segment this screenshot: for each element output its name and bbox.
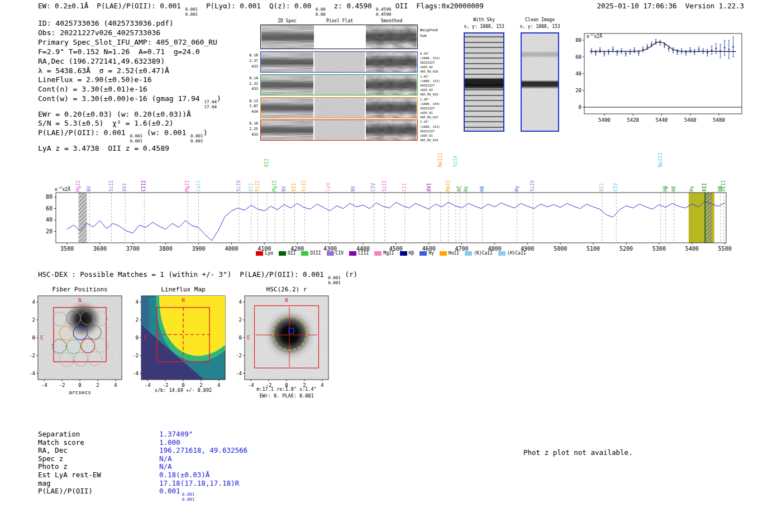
svg-text:-4: -4 [29,371,35,376]
svg-text:N: N [182,298,184,303]
spectrum-line [67,201,725,241]
spec2d-row-left-values: 0.102.25433 [245,121,258,137]
svg-text:2: 2 [239,317,242,323]
emission-line-label: SiII [255,180,260,191]
match-row-label: Separation [38,430,159,439]
info-line: LineFlux = 2.90(±0.50)e-16 [38,75,221,85]
svg-text:arcsecs: arcsecs [69,389,91,395]
emission-line-label: OVI [426,183,432,191]
withsky-subtitle: x, y: 1008, 153 [457,24,511,29]
legend-item: Hβ [400,251,414,256]
hsc-r-caption-ew: EWr: 0. PLAE: 0.001 [239,393,334,399]
spec2d-row-left-values: 0.133.07434 [245,99,258,115]
info-line-text: EWr = 0.20(±0.03) (w: 0.20(±0.03))Å [38,110,191,118]
info-line-text: RA,Dec (196.272141,49.632389) [38,57,165,65]
svg-text:0: 0 [239,335,242,341]
spec2d-row [260,97,418,118]
legend-swatch [349,251,356,256]
emission-line-label: OVI [122,183,127,191]
weighted-sum-label-line1: Weighted [420,28,437,33]
svg-text:E: E [144,335,146,341]
col-title-smoothed: Smoothed [365,18,418,23]
hsc-text: (r) [341,270,357,279]
line-fit-units-label: e-17x2Å [586,33,602,39]
emission-line-label: NeIII [437,152,443,167]
match-row: Spec zN/A [38,455,247,463]
full-spectrum-plot: 3500360037003800390040004100420043004400… [34,184,748,258]
emission-line-label: Hβ [662,186,668,191]
match-row: Match score1.000 [38,439,247,447]
svg-text:5400: 5400 [598,117,611,123]
detection-info-block: ID: 4025733036 (4025733036.pdf)Obs: 2022… [38,19,221,153]
clean-image-title: Clean Image [517,17,562,22]
match-row-value: N/A [159,462,172,471]
emission-line-label: NV [281,186,287,191]
svg-text:0: 0 [579,104,581,110]
clean-image-subtitle: x, y: 1008, 153 [514,24,566,29]
header-summary: EW: 0.2±0.1Å P(LAE)/P(OII): 0.001 0.0010… [38,2,484,17]
line-fit-plot: 54005420544054605480020406080 [570,27,748,126]
header-text: EW: 0.2±0.1Å P(LAE)/P(OII): 0.001 [38,2,185,10]
emission-line-label: SiIV [530,180,535,191]
spec2d-image-smooth [366,98,417,118]
emission-line-label: Hζ [456,186,462,191]
match-row-label: Spec z [38,455,159,463]
lineflux-map-panel: NE-4-4-2-2002244 [130,293,233,400]
emission-line-label: SiIV [452,156,458,167]
emission-line-label: CIV [370,183,376,191]
match-row: RA, Dec196.271618, 49.632566 [38,447,247,455]
emission-line-label: Hγ [514,186,519,191]
emission-line-label: Hε [463,186,469,191]
info-line: ID: 4025733036 (4025733036.pdf) [38,19,221,28]
emission-line-label: MgII [271,180,277,191]
svg-text:E: E [247,335,250,341]
info-line-text: ID: 4025733036 (4025733036.pdf) [38,19,174,27]
match-row: Separation1.37409" [38,430,247,439]
svg-text:0: 0 [32,335,35,341]
spec2d-image-spec [261,75,313,95]
svg-text:60: 60 [575,54,581,60]
header-text: OII Flags:0x20000009 [391,2,484,10]
legend-item: (H)CaII [498,251,526,256]
hatched-region [79,193,87,243]
lineflux-caption: s/b: 14.69 +/- 0.092 [136,387,231,393]
emission-line-label: NV [350,186,356,191]
legend-swatch [498,251,506,256]
spec2d-image-spec [261,25,314,49]
spec2d-image-flat [314,98,365,118]
legend-swatch [256,251,263,256]
match-row-label: RA, Dec [38,447,159,455]
header-uncertainty: 0.45900.4590 [376,7,391,17]
match-row-value: 0.18(±0.03)Å [159,471,209,479]
clean-image [521,32,559,132]
svg-text:20: 20 [46,228,53,234]
spec2d-image-flat [314,75,365,95]
info-line-text: F=2.9" T=0.152 N=1.26 A=0.71 g=24.0 [38,47,200,56]
match-row: P(LAE)/P(OII)0.0010.0010.001 [38,487,247,502]
svg-text:-4: -4 [236,371,242,376]
info-line: RA,Dec (196.272141,49.632389) [38,57,221,66]
spectrum-legend: LyαOIIOIIICIVCIIIMgIIHβHγHeII(K)CaII(H)C… [56,251,726,256]
info-line: Primary Spec_Slot_IFU_AMP: 405_072_060_R… [38,38,221,47]
svg-text:-2: -2 [132,353,139,358]
emission-line-label: OII [291,183,297,191]
emission-line-label: SiIV [236,180,241,191]
svg-text:0: 0 [136,335,139,341]
hsc-matches-line: HSC-DEX : Possible Matches = 1 (within +… [38,270,357,285]
spec2d-row [260,74,418,95]
emission-line-label: CII [402,183,407,191]
legend-item: (K)CaII [465,251,493,256]
svg-text:40: 40 [46,217,53,223]
withsky-image [464,32,504,132]
emission-line-label: MgII [184,180,190,191]
emission-line-label: SiII [108,180,114,191]
spec2d-row-left-values: 0.182.37433 [245,53,258,69]
hsc-uncertainty: 0.0010.001 [328,276,341,285]
spec2d-image-spec [261,52,313,72]
info-line: F=2.9" T=0.152 N=1.26 A=0.71 g=24.0 [38,47,221,57]
emission-line-label: OII [248,183,254,191]
emission-line-label: SiII [301,180,307,191]
match-row-value: 17.18(17.18,17.18)R [159,479,239,487]
legend-item: Lyα [256,251,273,256]
info-line-text: ) [217,94,221,103]
